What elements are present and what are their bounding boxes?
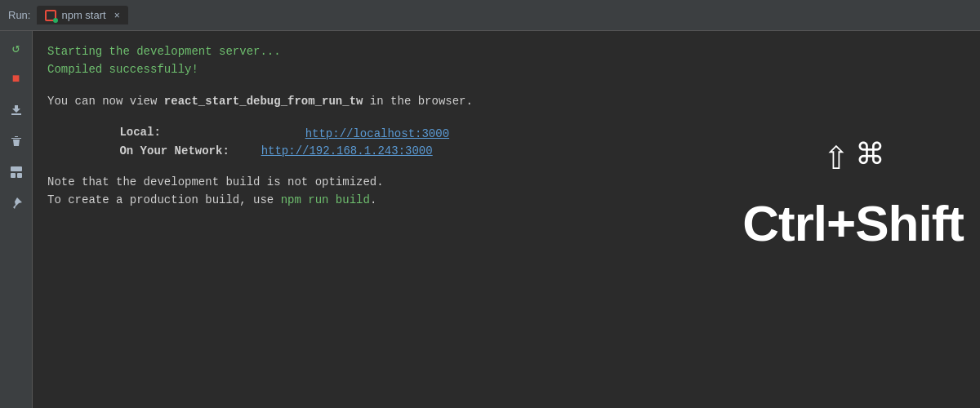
- tab-label: npm start: [61, 9, 105, 21]
- layout-icon[interactable]: [6, 162, 27, 183]
- npm-run-build: npm run build: [281, 193, 370, 206]
- cmd-symbol-icon: ⌘: [858, 137, 883, 180]
- shortcut-label: Ctrl+Shift: [742, 183, 964, 264]
- svg-rect-0: [11, 113, 21, 115]
- note-text-1: Note that the development build is not o…: [47, 175, 384, 188]
- network-url-link[interactable]: http://192.168.1.243:3000: [261, 144, 433, 157]
- view-text-post: in the browser.: [363, 95, 472, 108]
- rerun-icon[interactable]: ↺: [6, 38, 27, 59]
- terminal-line-2: Compiled successfully!: [47, 60, 965, 78]
- run-label: Run:: [8, 9, 30, 21]
- note-text-2-pre: To create a production build, use: [47, 193, 281, 206]
- tab-bar: Run: npm start ×: [0, 0, 980, 31]
- starting-text: Starting the development server...: [47, 45, 281, 58]
- tab-status-icon: [45, 10, 56, 21]
- spacer-1: [47, 79, 965, 92]
- svg-rect-3: [17, 173, 22, 178]
- local-url-link[interactable]: http://localhost:3000: [305, 127, 449, 140]
- sidebar: ↺ ■: [0, 31, 33, 408]
- terminal-output: Starting the development server... Compi…: [33, 31, 980, 408]
- stop-icon[interactable]: ■: [6, 69, 27, 90]
- pin-icon[interactable]: [6, 193, 27, 214]
- spacer-2: [47, 110, 965, 123]
- view-text-pre: You can now view: [47, 95, 164, 108]
- up-arrow-icon: ⇧: [823, 137, 849, 180]
- download-icon[interactable]: [6, 100, 27, 121]
- note-text-2-post: .: [370, 193, 376, 206]
- app-name: react_start_debug_from_run_tw: [164, 95, 363, 108]
- trash-icon[interactable]: [6, 131, 27, 152]
- compiled-text: Compiled successfully!: [47, 63, 198, 76]
- shortcut-overlay: ⇧ ⌘ Ctrl+Shift: [742, 137, 964, 264]
- network-label: On Your Network:: [119, 144, 229, 157]
- svg-rect-2: [11, 173, 16, 178]
- local-label: Local:: [119, 126, 160, 139]
- tab-close-button[interactable]: ×: [114, 10, 120, 21]
- terminal-line-3: You can now view react_start_debug_from_…: [47, 92, 965, 110]
- content-area: ↺ ■ Starting th: [0, 31, 980, 408]
- shortcut-icons: ⇧ ⌘: [823, 137, 883, 180]
- terminal-line-1: Starting the development server...: [47, 42, 965, 60]
- npm-start-tab[interactable]: npm start ×: [37, 6, 127, 24]
- svg-rect-1: [11, 166, 22, 171]
